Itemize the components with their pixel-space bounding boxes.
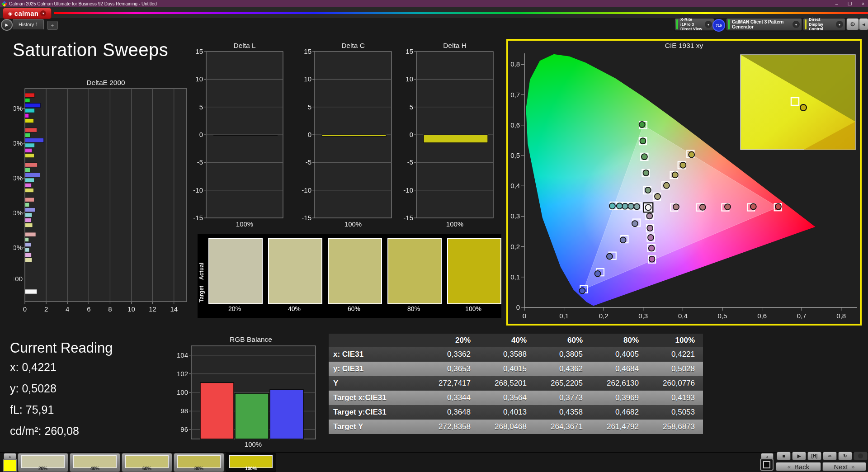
svg-text:100%: 100% xyxy=(236,220,253,228)
svg-text:104: 104 xyxy=(177,351,188,359)
svg-text:10: 10 xyxy=(195,75,203,83)
chevron-up-icon: ▲ xyxy=(766,455,769,458)
stop-icon xyxy=(763,461,770,468)
collapse-panel-button[interactable]: ◀ xyxy=(859,18,868,30)
swatch-label: 60% xyxy=(327,305,381,312)
calman-menu-button[interactable]: ◈ calman ▼ xyxy=(3,8,52,19)
table-cell: 268,0468 xyxy=(479,422,535,431)
deltae-2000-chart: DeltaE 200002468101214100%80%60%40%20%10… xyxy=(14,78,192,316)
pattern-bar: ▲ 20%40%60%80%100% ▲ xyxy=(0,452,868,472)
svg-text:0,7: 0,7 xyxy=(510,91,520,99)
svg-text:96: 96 xyxy=(180,425,188,433)
pattern-label: 80% xyxy=(174,466,224,471)
tab-history-1[interactable]: History 1 xyxy=(13,19,44,29)
chevron-down-icon: ▼ xyxy=(705,21,712,28)
workflow-nav-button[interactable]: ▶ xyxy=(1,19,13,31)
chevron-double-right-icon: » xyxy=(851,463,854,470)
source-status-indicator xyxy=(728,19,730,29)
svg-text:0,5: 0,5 xyxy=(510,151,520,159)
page-title: Saturation Sweeps xyxy=(13,40,168,60)
loop-button[interactable]: ↻ xyxy=(838,452,852,460)
pattern-button-20%[interactable]: 20% xyxy=(18,453,68,472)
svg-text:5: 5 xyxy=(410,103,413,111)
row-label: y: CIE31 xyxy=(329,364,423,373)
play-button[interactable]: ▶ xyxy=(792,452,806,460)
pattern-label: 100% xyxy=(226,466,276,471)
table-cell: 258,6873 xyxy=(647,422,703,431)
pattern-label: 60% xyxy=(122,466,172,471)
row-label: x: CIE31 xyxy=(329,350,423,359)
display-control-label: Direct Display Control xyxy=(809,17,834,31)
svg-text:4: 4 xyxy=(66,305,69,313)
meter-dropdown[interactable]: X-Rite i1Pro 3 Direct View ▼ xyxy=(675,18,714,31)
svg-text:100%: 100% xyxy=(14,104,23,112)
pattern-source-dropdown[interactable]: CalMAN Client 3 Pattern Generator ▼ xyxy=(726,18,802,31)
svg-text:RGB Balance: RGB Balance xyxy=(230,335,272,343)
meter-status-indicator xyxy=(676,19,678,29)
table-cell: 0,3773 xyxy=(535,393,591,402)
table-cell: 0,3564 xyxy=(479,393,535,402)
svg-text:6: 6 xyxy=(87,305,90,313)
delta-h-chart: Delta H-15-10-5051015100% xyxy=(400,42,500,229)
column-header: 40% xyxy=(479,336,535,345)
stop-button[interactable]: ■ xyxy=(777,452,791,460)
svg-text:-10: -10 xyxy=(302,186,311,194)
reading-fl: fL: 75,91 xyxy=(10,403,54,416)
current-pattern-swatch[interactable] xyxy=(3,459,17,472)
pattern-button-60%[interactable]: 60% xyxy=(122,453,172,472)
minimize-button[interactable]: – xyxy=(835,1,838,6)
svg-text:15: 15 xyxy=(195,47,203,55)
back-button[interactable]: « Back xyxy=(776,462,821,471)
saturation-swatch-100% xyxy=(447,238,501,304)
close-button[interactable]: × xyxy=(862,1,864,6)
column-header: 100% xyxy=(647,336,703,345)
next-button[interactable]: Next » xyxy=(822,462,866,471)
meter-line2: Direct View xyxy=(680,27,702,31)
pattern-button-40%[interactable]: 40% xyxy=(70,453,120,472)
swatch-label: 80% xyxy=(387,305,441,312)
window-title: Calman 2025 Calman Ultimate for Business… xyxy=(9,1,157,6)
actual-row-label: Actual xyxy=(198,263,205,280)
table-row: x: CIE310,33620,35880,38050,40050,4221 xyxy=(329,347,703,362)
table-cell: 0,3344 xyxy=(423,393,479,402)
chevron-down-icon: ▼ xyxy=(836,21,843,28)
reading-x: x: 0,4221 xyxy=(10,361,57,374)
cie-1931-chart: CIE 1931 xy00,10,20,30,40,50,60,70,800,1… xyxy=(508,41,860,324)
new-tab-button[interactable]: + xyxy=(47,21,58,30)
svg-text:0: 0 xyxy=(23,305,27,313)
step-button[interactable]: [H] xyxy=(807,452,821,460)
svg-text:-10: -10 xyxy=(193,186,203,194)
svg-text:60%: 60% xyxy=(14,174,23,182)
pattern-options-button[interactable]: ▲ xyxy=(4,453,16,460)
table-cell: 0,5028 xyxy=(647,364,703,373)
table-cell: 0,3653 xyxy=(423,364,479,373)
continuous-button[interactable]: ∞ xyxy=(823,452,837,460)
table-cell: 0,3362 xyxy=(423,350,479,359)
svg-text:0,3: 0,3 xyxy=(510,212,520,220)
maximize-button[interactable]: ❐ xyxy=(848,1,852,6)
svg-text:0: 0 xyxy=(516,303,520,311)
swatch-label: 20% xyxy=(208,305,262,312)
chevron-double-left-icon: « xyxy=(788,463,791,470)
delta-l-chart: Delta L-15-10-5051015100% xyxy=(190,42,290,229)
svg-text:20%: 20% xyxy=(14,244,23,251)
svg-text:14: 14 xyxy=(170,305,178,313)
table-cell: 0,3805 xyxy=(535,350,591,359)
table-row: Target Y272,8358268,0468264,3671261,4792… xyxy=(329,420,703,434)
pattern-window-button[interactable] xyxy=(760,458,774,471)
table-cell: 0,3969 xyxy=(591,393,647,402)
chevron-up-icon: ▲ xyxy=(9,455,12,458)
svg-text:Delta C: Delta C xyxy=(341,42,365,49)
pattern-button-80%[interactable]: 80% xyxy=(174,453,224,472)
svg-text:40%: 40% xyxy=(14,209,23,217)
table-header-row: 20%40%60%80%100% xyxy=(329,334,703,347)
meter-mode-badge[interactable]: 710 xyxy=(712,19,725,32)
target-row-label: Target xyxy=(198,286,205,302)
svg-text:0,1: 0,1 xyxy=(559,312,569,320)
disabled-transport-slot xyxy=(854,452,868,460)
pattern-button-100%[interactable]: 100% xyxy=(226,453,276,472)
row-label: Y xyxy=(329,379,423,388)
settings-button[interactable]: ⚙ xyxy=(846,18,859,30)
svg-text:15: 15 xyxy=(304,47,311,55)
display-control-dropdown[interactable]: Direct Display Control ▼ xyxy=(803,18,845,31)
